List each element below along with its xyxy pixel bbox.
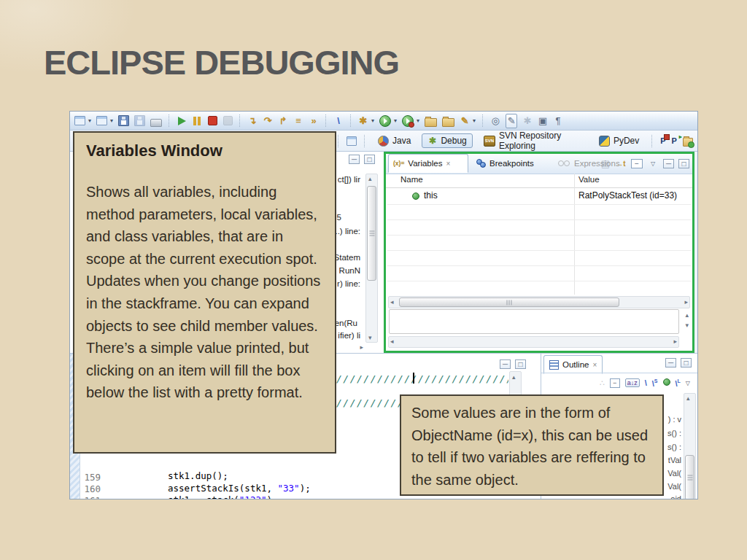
scroll-left-icon[interactable]: ◂ (390, 338, 394, 345)
disconnect-icon[interactable] (222, 114, 233, 128)
debug-launch-icon[interactable]: ✱ (358, 114, 368, 128)
show-whitespace-icon[interactable]: ¶ (553, 114, 563, 128)
collapse-all-icon[interactable]: − (631, 159, 643, 168)
coverage-launch-icon[interactable] (402, 114, 414, 128)
outline-item-fragment[interactable]: tVal (668, 456, 681, 464)
outline-scrollbar[interactable]: ▴ (684, 393, 696, 499)
terminate-icon[interactable] (207, 114, 217, 128)
debug-view-scrollbar[interactable]: ▴ ▾ (365, 174, 378, 343)
table-row[interactable]: this RatPolyStackTest (id=33) (386, 189, 692, 204)
tab-outline[interactable]: Outline × (543, 355, 603, 374)
step-return-icon[interactable]: ↱ (278, 114, 288, 128)
filter-public-icon[interactable] (663, 378, 670, 387)
stack-frame-fragment[interactable]: ct[]) lir (338, 175, 360, 184)
drop-to-frame-icon[interactable]: ≡ (293, 114, 303, 128)
coverage-dropdown-icon[interactable]: ▾ (417, 117, 419, 124)
perspective-debug[interactable]: ✱Debug (422, 133, 472, 148)
pydev-debug-icon[interactable]: P (660, 136, 665, 145)
minimize-icon[interactable]: ─ (349, 155, 360, 164)
focus-icon[interactable]: ∴ (600, 378, 605, 388)
external-tools-dropdown-icon[interactable]: ▾ (473, 117, 476, 124)
external-tools-icon[interactable]: ✎ (460, 114, 470, 128)
view-menu-icon[interactable]: ▽ (648, 157, 658, 170)
stack-frame-fragment[interactable]: ..) line: (335, 227, 360, 236)
open-perspective-icon[interactable] (347, 134, 357, 147)
scroll-down-icon[interactable]: ▾ (685, 322, 689, 329)
scroll-left-icon[interactable]: ◂ (390, 298, 394, 306)
scrollbar-thumb[interactable] (685, 455, 694, 499)
import-folder-icon[interactable] (683, 134, 693, 147)
step-over-icon[interactable]: ↷ (263, 114, 273, 128)
run-launch-dropdown-icon[interactable]: ▾ (394, 117, 397, 124)
minimize-icon[interactable]: ─ (663, 159, 674, 168)
outline-item-fragment[interactable]: Val( (667, 469, 681, 478)
scroll-down-icon[interactable]: ▾ (368, 334, 372, 341)
new-dropdown-icon[interactable]: ▾ (88, 117, 91, 124)
skip-breakpoints-icon[interactable]: \ (333, 114, 344, 128)
stack-frame-fragment[interactable]: ifier) li (338, 331, 360, 340)
new-class-dropdown-icon[interactable]: ▾ (110, 117, 113, 124)
stack-frame-fragment[interactable]: l, RunN (333, 266, 360, 275)
run-launch-icon[interactable] (379, 114, 391, 128)
new-connection-icon[interactable]: ◎ (490, 114, 500, 128)
scrollbar-thumb[interactable] (367, 186, 376, 281)
scrollbar-thumb[interactable] (399, 298, 619, 307)
variables-hscrollbar[interactable]: ◂ ▸ (388, 296, 690, 308)
perspective-java[interactable]: Java (373, 134, 416, 148)
outline-item-fragment[interactable]: s() : (667, 429, 681, 438)
open-folder2-icon[interactable] (442, 114, 454, 128)
show-type-names-icon[interactable]: ▤ (600, 157, 611, 170)
detail-hscrollbar[interactable]: ◂ ▸ (388, 336, 679, 348)
perspective-pydev[interactable]: PyDev (594, 134, 644, 148)
scroll-up-icon[interactable]: ▴ (685, 311, 689, 319)
collapse-all-icon[interactable]: − (610, 378, 620, 388)
variables-detail-pane[interactable] (389, 309, 679, 334)
tab-breakpoints[interactable]: Breakpoints (476, 154, 534, 173)
hide-static-icon[interactable]: \S (652, 378, 658, 388)
save-icon[interactable] (118, 114, 129, 128)
close-icon[interactable]: × (592, 361, 597, 369)
minimize-icon[interactable]: ─ (500, 359, 511, 369)
close-icon[interactable]: × (446, 160, 450, 168)
hide-fields-icon[interactable]: \ (645, 378, 647, 387)
tab-variables[interactable]: (x)= Variables × (388, 154, 468, 173)
perspective-svn[interactable]: SVNSVN Repository Exploring (479, 129, 588, 152)
scroll-right-icon[interactable]: ▸ (684, 298, 688, 306)
maximize-icon[interactable]: □ (678, 159, 689, 168)
view-menu-icon[interactable]: ▽ (686, 380, 690, 386)
show-logical-structure-icon[interactable]: →t (616, 157, 626, 170)
column-value[interactable]: Value (578, 175, 600, 184)
outline-item-fragment[interactable]: ) : v (668, 415, 681, 424)
new-wizard-icon[interactable] (74, 114, 85, 128)
outline-item-fragment[interactable]: oid (670, 494, 681, 499)
new-class-icon[interactable] (96, 114, 107, 128)
scroll-right-icon[interactable]: ▸ (673, 338, 677, 345)
step-filters-icon[interactable]: » (309, 114, 319, 128)
maximize-icon[interactable]: □ (681, 358, 692, 368)
stack-frame-fragment[interactable]: Statem (334, 253, 360, 262)
print-icon[interactable] (150, 114, 162, 128)
scroll-up-icon[interactable]: ▴ (512, 373, 516, 381)
maximize-icon[interactable]: □ (364, 155, 375, 164)
stack-frame-fragment[interactable]: r) line: (337, 279, 360, 288)
stack-frame-fragment[interactable]: 5 (337, 213, 341, 222)
save-all-icon[interactable] (134, 114, 145, 128)
pydev-run-icon[interactable]: P▸ (671, 136, 676, 145)
hide-local-icon[interactable]: \L (676, 378, 681, 388)
suspend-icon[interactable] (192, 114, 202, 128)
scroll-right-icon[interactable]: ▸ (360, 343, 363, 351)
resume-icon[interactable] (177, 114, 187, 128)
sort-az-icon[interactable]: a↓z (625, 378, 640, 387)
scroll-up-icon[interactable]: ▴ (368, 175, 372, 182)
column-name[interactable]: Name (400, 175, 423, 184)
debug-launch-dropdown-icon[interactable]: ▾ (371, 117, 374, 124)
layout-icon[interactable]: ▣ (538, 114, 548, 128)
outline-item-fragment[interactable]: s() : (667, 443, 681, 451)
scroll-up-icon[interactable]: ▴ (686, 394, 690, 402)
mark-occurrences-icon[interactable]: ✎ (506, 114, 517, 128)
minimize-icon[interactable]: ─ (665, 358, 676, 368)
step-into-icon[interactable]: ↴ (247, 114, 258, 128)
build-icon[interactable]: ✱ (522, 114, 533, 128)
outline-item-fragment[interactable]: Val( (667, 482, 681, 491)
maximize-icon[interactable]: □ (515, 359, 526, 369)
